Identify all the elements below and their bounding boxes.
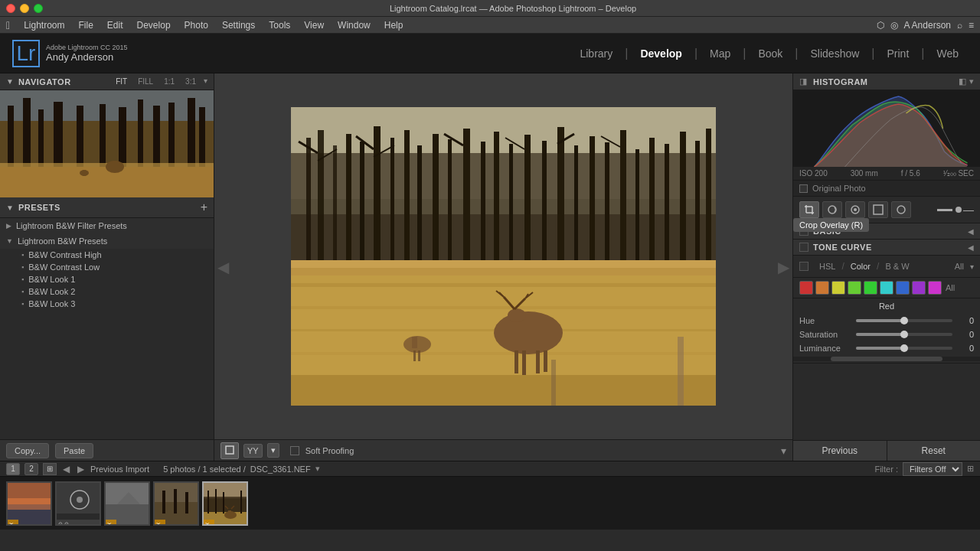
list-item[interactable]: ▪ B&W Look 3	[0, 298, 214, 310]
menu-photo[interactable]: Photo	[178, 18, 214, 32]
film-thumb-5[interactable]: ✂	[202, 481, 248, 526]
spot-removal-tool[interactable]	[822, 201, 842, 218]
search-icon[interactable]: ⌕	[957, 20, 962, 31]
original-photo-checkbox[interactable]	[799, 184, 808, 193]
preset-group-bw-filter-header[interactable]: ▶ Lightroom B&W Filter Presets	[0, 218, 214, 233]
scroll-thumb[interactable]	[831, 357, 942, 361]
grid-view-btn[interactable]: ⊞	[43, 463, 57, 475]
swatch-yellow-green[interactable]	[848, 281, 861, 295]
nav-3-1[interactable]: 3:1	[182, 77, 199, 86]
nav-web[interactable]: Web	[927, 44, 968, 63]
list-icon[interactable]: ≡	[969, 20, 974, 31]
minimize-button[interactable]	[20, 4, 29, 13]
presets-header[interactable]: ▼ Presets +	[0, 197, 214, 218]
prev-arrow[interactable]: ◀	[61, 464, 71, 474]
view-dropdown[interactable]: ▾	[267, 443, 279, 458]
next-arrow[interactable]: ▶	[76, 464, 86, 474]
preset-group-bw-presets-header[interactable]: ▼ Lightroom B&W Presets	[0, 233, 214, 249]
tab-color[interactable]: Color	[848, 260, 874, 272]
film-thumb-1[interactable]: ✂	[6, 481, 52, 526]
menu-view[interactable]: View	[298, 18, 330, 32]
filter-dropdown[interactable]: Filters Off	[903, 462, 962, 476]
nav-print[interactable]: Print	[878, 44, 919, 63]
svg-rect-49	[665, 144, 669, 276]
luminance-track[interactable]	[856, 347, 952, 350]
navigator-header[interactable]: ▼ Navigator FIT FILL 1:1 3:1 ▾	[0, 73, 214, 90]
svg-text:✂: ✂	[156, 521, 161, 526]
film-thumb-2[interactable]: ⊙ ⊙	[55, 481, 101, 526]
nav-fit[interactable]: FIT	[113, 77, 130, 86]
traffic-lights[interactable]	[6, 4, 43, 13]
menu-window[interactable]: Window	[332, 18, 377, 32]
hsl-all-btn[interactable]: All	[955, 262, 964, 271]
apple-menu[interactable]: 	[6, 19, 10, 31]
previous-button[interactable]: Previous	[793, 441, 887, 461]
page-1-btn[interactable]: 1	[6, 463, 20, 475]
nav-slideshow[interactable]: Slideshow	[802, 44, 869, 63]
filmstrip-expand[interactable]: ⊞	[967, 464, 974, 474]
nav-fill[interactable]: FILL	[135, 77, 156, 86]
saturation-thumb[interactable]	[900, 331, 908, 338]
swatch-orange[interactable]	[815, 281, 829, 295]
menu-settings[interactable]: Settings	[216, 18, 261, 32]
red-eye-tool[interactable]	[845, 201, 865, 218]
radial-filter-tool[interactable]	[891, 201, 911, 218]
list-item[interactable]: ▪ B&W Look 2	[0, 285, 214, 298]
swatch-red[interactable]	[799, 281, 813, 295]
histogram-clip-shadow[interactable]: ◨	[799, 77, 807, 86]
swatch-yellow[interactable]	[831, 281, 845, 295]
swatch-green[interactable]	[864, 281, 877, 295]
swatch-aqua[interactable]	[880, 281, 893, 295]
page-2-btn[interactable]: 2	[24, 463, 38, 475]
menu-help[interactable]: Help	[378, 18, 410, 32]
swatch-magenta[interactable]	[928, 281, 942, 295]
paste-button[interactable]: Paste	[55, 443, 93, 458]
aperture-info: f / 5.6	[901, 169, 920, 178]
hue-track[interactable]	[856, 319, 952, 322]
saturation-track[interactable]	[856, 333, 952, 336]
view-mode-yy[interactable]: YY	[243, 444, 263, 458]
tone-curve-header[interactable]: Tone Curve ◀	[793, 240, 980, 255]
tab-hsl[interactable]: HSL	[816, 260, 838, 272]
menu-develop[interactable]: Develop	[131, 18, 177, 32]
copy-button[interactable]: Copy...	[6, 443, 49, 458]
histogram-panel-arrow[interactable]: ▾	[969, 77, 974, 86]
nav-library[interactable]: Library	[570, 44, 622, 63]
add-preset-button[interactable]: +	[201, 201, 207, 214]
preset-item-label: B&W Look 1	[28, 275, 75, 284]
close-button[interactable]	[6, 4, 15, 13]
swatch-all-btn[interactable]: All	[946, 283, 955, 292]
list-item[interactable]: ▪ B&W Contrast High	[0, 249, 214, 261]
notification-icon: ◎	[890, 20, 898, 31]
nav-book[interactable]: Book	[749, 44, 792, 63]
preset-group-bw-presets-label: Lightroom B&W Presets	[18, 236, 107, 246]
maximize-button[interactable]	[34, 4, 43, 13]
tab-bw[interactable]: B & W	[882, 260, 912, 272]
menu-edit[interactable]: Edit	[101, 18, 129, 32]
soft-proofing-checkbox[interactable]	[290, 446, 299, 455]
nav-map[interactable]: Map	[701, 44, 740, 63]
toolbar-dropdown-arrow[interactable]: ▾	[781, 445, 786, 457]
list-item[interactable]: ▪ B&W Look 1	[0, 273, 214, 285]
luminance-thumb[interactable]	[900, 344, 908, 352]
hue-thumb[interactable]	[900, 317, 908, 324]
nav-develop[interactable]: Develop	[631, 44, 691, 63]
nav-1-1[interactable]: 1:1	[161, 77, 178, 86]
film-thumb-3[interactable]: ✂	[104, 481, 150, 526]
histogram-clip-highlight[interactable]: ◧	[959, 77, 966, 86]
film-thumb-4[interactable]: ✂	[153, 481, 199, 526]
swatch-purple[interactable]	[912, 281, 926, 295]
graduated-filter-tool[interactable]	[868, 201, 888, 218]
crop-tool[interactable]	[799, 201, 819, 218]
menu-file[interactable]: File	[73, 18, 100, 32]
right-panel-toggle-arrow[interactable]: ▶	[775, 255, 792, 279]
histogram-title: Histogram	[813, 77, 959, 86]
filmstrip-filename-dropdown[interactable]: ▾	[315, 464, 320, 474]
list-item[interactable]: ▪ B&W Contrast Low	[0, 261, 214, 273]
crop-overlay-tool[interactable]	[220, 442, 239, 459]
reset-button[interactable]: Reset	[887, 441, 981, 461]
menu-tools[interactable]: Tools	[263, 18, 296, 32]
left-panel-toggle-arrow[interactable]: ◀	[214, 255, 232, 279]
menu-lightroom[interactable]: Lightroom	[18, 18, 70, 32]
swatch-blue[interactable]	[896, 281, 910, 295]
